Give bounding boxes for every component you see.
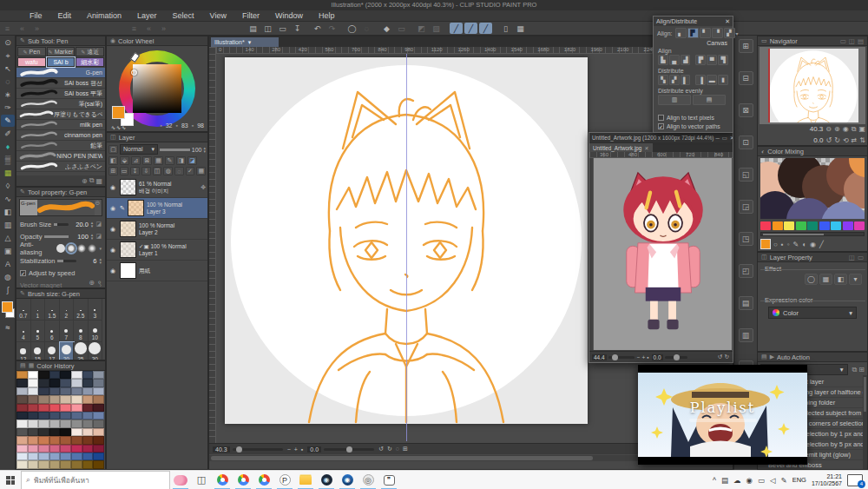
history-swatch[interactable] <box>38 460 49 468</box>
history-swatch[interactable] <box>82 436 94 444</box>
side-command-icon-1[interactable]: ⊞ <box>739 39 753 53</box>
navigator-rotate-button[interactable]: ⟲ <box>843 136 849 144</box>
menu-file[interactable]: File <box>23 10 49 22</box>
mixing-tool-icon[interactable]: ◐ <box>802 241 806 248</box>
palette-tab-icon[interactable]: ▤ <box>20 362 26 369</box>
rotate-button[interactable]: ↻ <box>725 354 729 360</box>
align-button-6[interactable]: ▜ <box>718 55 728 65</box>
tray-chevron-icon[interactable]: ^ <box>713 476 716 485</box>
history-swatch[interactable] <box>49 404 61 412</box>
history-swatch[interactable] <box>16 404 28 412</box>
history-swatch[interactable] <box>60 379 71 387</box>
foreground-color-swatch[interactable] <box>2 301 13 313</box>
zoom-button[interactable]: + <box>294 446 298 453</box>
apply-icon[interactable]: ✓ <box>186 167 195 175</box>
history-swatch[interactable] <box>93 460 104 468</box>
history-swatch[interactable] <box>71 404 82 412</box>
history-swatch[interactable] <box>60 453 71 460</box>
delete-layer-icon[interactable]: ▦ <box>196 167 206 175</box>
brush-item[interactable]: 厚塗りもできるペン <box>16 109 105 120</box>
history-swatch[interactable] <box>93 371 104 379</box>
taskbar-app-task-view[interactable]: ◫ <box>191 471 212 489</box>
eyedropper-tool[interactable]: ✑ <box>1 102 15 114</box>
history-swatch[interactable] <box>93 412 104 420</box>
brush-size-1[interactable]: 1 <box>31 299 46 320</box>
mask-add-icon[interactable]: ◌ <box>174 167 184 175</box>
adjust-speed-checkbox[interactable]: ✓ <box>20 270 26 276</box>
history-swatch[interactable] <box>60 428 71 436</box>
menu-window[interactable]: Window <box>268 10 310 22</box>
mixing-swatch[interactable] <box>843 221 853 230</box>
mixing-tool-icon[interactable]: ▪ <box>781 241 784 248</box>
navigator-zoom-button[interactable]: ▣ <box>858 125 865 133</box>
history-swatch[interactable] <box>38 445 49 453</box>
display-icon[interactable]: ▭ <box>758 476 765 485</box>
add-subtool-icon[interactable]: ⊕ <box>82 177 88 185</box>
history-swatch[interactable] <box>93 420 104 427</box>
history-swatch[interactable] <box>49 371 61 379</box>
history-swatch[interactable] <box>60 436 71 444</box>
history-swatch[interactable] <box>38 379 49 387</box>
reference-tab[interactable]: Untitled_Artwork.jpg✕ <box>589 143 653 152</box>
history-swatch[interactable] <box>38 387 49 395</box>
undo-icon[interactable]: ↶ <box>311 23 324 34</box>
rotate-button[interactable]: ↺ <box>718 354 722 360</box>
history-swatch[interactable] <box>60 412 71 420</box>
new-layer-icon[interactable]: ⊞ <box>108 167 118 175</box>
mixing-swatch[interactable] <box>854 221 865 230</box>
history-swatch[interactable] <box>93 379 104 387</box>
layer-property-tab-icon[interactable]: ◫ <box>849 254 855 261</box>
history-swatch[interactable] <box>49 453 61 460</box>
mixing-swatch[interactable] <box>807 221 818 230</box>
history-swatch[interactable] <box>60 371 71 379</box>
taskbar-app-steam[interactable]: ◉ <box>316 471 337 489</box>
history-swatch[interactable] <box>38 404 49 412</box>
align-button-1[interactable]: ▙ <box>658 55 668 65</box>
history-swatch[interactable] <box>28 395 39 403</box>
subtool-image-tab-2[interactable]: SAI b <box>47 57 76 67</box>
expression-color-select[interactable]: Color ▾ <box>768 307 857 319</box>
mixing-tool-icon[interactable]: ╱ <box>819 241 824 248</box>
blend-thumb-icon[interactable]: ▢ <box>108 145 118 154</box>
layer-visible-icon[interactable]: ◉ <box>108 226 117 233</box>
rotate-button[interactable]: ◌ <box>396 446 399 452</box>
history-swatch[interactable] <box>49 412 61 420</box>
anti-alias-option-0[interactable] <box>56 244 65 253</box>
layer-thumbnail[interactable] <box>120 241 136 258</box>
decoration-tool[interactable]: ▦ <box>1 167 15 179</box>
snap-ruler-icon[interactable]: ╱ <box>450 23 463 34</box>
history-swatch[interactable] <box>82 387 94 395</box>
taskbar-app-chrome-2[interactable] <box>233 471 253 489</box>
history-swatch[interactable] <box>93 404 104 412</box>
mixing-swatch[interactable] <box>819 221 830 230</box>
brush-size-1.5[interactable]: 1.5 <box>45 299 60 320</box>
history-swatch[interactable] <box>93 428 104 436</box>
clock[interactable]: 21:2117/10/2567 <box>812 473 842 487</box>
side-command-icon-4[interactable]: ⊡ <box>739 135 753 149</box>
minimize-icon[interactable]: ─ <box>715 135 719 141</box>
history-swatch[interactable] <box>38 436 49 444</box>
brush-item[interactable]: G-pen <box>16 68 105 78</box>
history-swatch[interactable] <box>28 420 39 427</box>
panel-menu-icon[interactable]: ≡ <box>128 23 141 34</box>
history-swatch[interactable] <box>16 395 28 403</box>
rotate-button[interactable]: ↻ <box>387 446 392 452</box>
zoom-button[interactable]: − <box>637 354 641 360</box>
zoom-button[interactable]: ▪ <box>301 446 303 453</box>
anti-alias-option-1[interactable] <box>67 244 76 253</box>
align-button-3[interactable]: ▟ <box>681 55 691 65</box>
foreground-color-swatch[interactable] <box>112 106 125 119</box>
brush-item[interactable]: SAI boss 펜선 <box>16 78 105 89</box>
menu-filter[interactable]: Filter <box>235 10 266 22</box>
eraser-tool[interactable]: ◊ <box>1 180 15 192</box>
close-icon[interactable]: ✕ <box>644 145 648 151</box>
mixing-tool-icon[interactable]: ◦ <box>787 241 790 248</box>
close-icon[interactable]: ✕ <box>725 18 730 25</box>
draft-icon[interactable]: ✎ <box>165 156 174 165</box>
figure-tool[interactable]: △ <box>1 232 15 244</box>
workspace-icon[interactable]: ▦ <box>514 23 527 34</box>
history-swatch[interactable] <box>82 395 94 403</box>
layer-thumbnail[interactable] <box>120 221 136 237</box>
taskbar-app-clip-studio-assets[interactable]: ❞ <box>378 471 399 489</box>
mixing-swatch[interactable] <box>773 221 783 230</box>
